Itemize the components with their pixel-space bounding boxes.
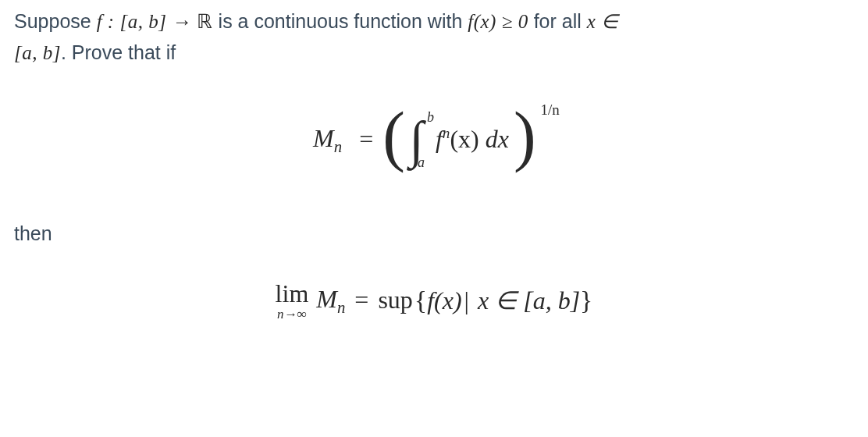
integrand: fn(x) dx [436,120,509,159]
eq1-M: M [313,124,334,152]
eq2-xin: x ∈ [a, b] [471,286,580,314]
math-interval-ab: [a, b] [14,42,61,63]
lim-word: lim [276,281,309,306]
eq2-fx: f(x) [427,286,461,314]
eq1-equals: = [359,120,373,159]
eq1-n-sub: n [334,137,342,155]
eq2-equals: = [354,281,368,320]
eq2-sup: sup [378,281,412,320]
eq1-outer-exponent: 1/n [541,98,560,121]
eq2-M: M [316,285,337,313]
eq2-lim: lim n→∞ [276,281,309,321]
integrand-exp: n [443,125,450,141]
integral-upper: b [427,110,434,124]
lim-sub: n→∞ [277,307,307,321]
math-f-domain: f : [a, b] → ℝ [97,11,219,32]
display-equation-limit: lim n→∞ Mn = sup {f(x)| x ∈ [a, b]} [14,280,854,322]
eq1-rparen: ) [514,109,536,163]
math-real-symbol: ℝ [197,11,213,32]
text-continuous: is a continuous function with [219,10,468,32]
math-f-map: f : [a, b] → [97,11,197,32]
integrand-dx: dx [479,125,509,153]
math-fx-ge-0: f(x) ≥ 0 [468,11,528,32]
eq2-n-sub: n [337,299,345,317]
eq1-paren-group: ( ∫ b a fn(x) dx ) 1/n [382,100,555,179]
text-suppose: Suppose [14,10,97,32]
eq2-lbrace: { [414,286,427,314]
eq2-Mn: Mn [316,280,345,321]
display-equation-Mn: Mn = ( ∫ b a fn(x) dx ) 1/n [14,100,854,179]
integral-lower: a [418,155,425,169]
integrand-arg: (x) [450,125,478,153]
problem-statement-line1: Suppose f : [a, b] → ℝ is a continuous f… [14,6,854,69]
eq2-rbrace: } [580,286,592,314]
eq1-lparen: ( [382,109,405,163]
eq1-lhs: Mn [313,119,342,160]
eq2-bar: | [464,286,469,314]
text-for-all: for all [534,10,587,32]
eq2-set: {f(x)| x ∈ [a, b]} [414,280,593,322]
text-then: then [14,218,854,249]
math-x-in: x ∈ [587,11,619,32]
eq1-integral: ∫ b a fn(x) dx [410,100,509,179]
integrand-f: f [436,125,443,153]
text-prove-that-if: . Prove that if [61,41,176,63]
